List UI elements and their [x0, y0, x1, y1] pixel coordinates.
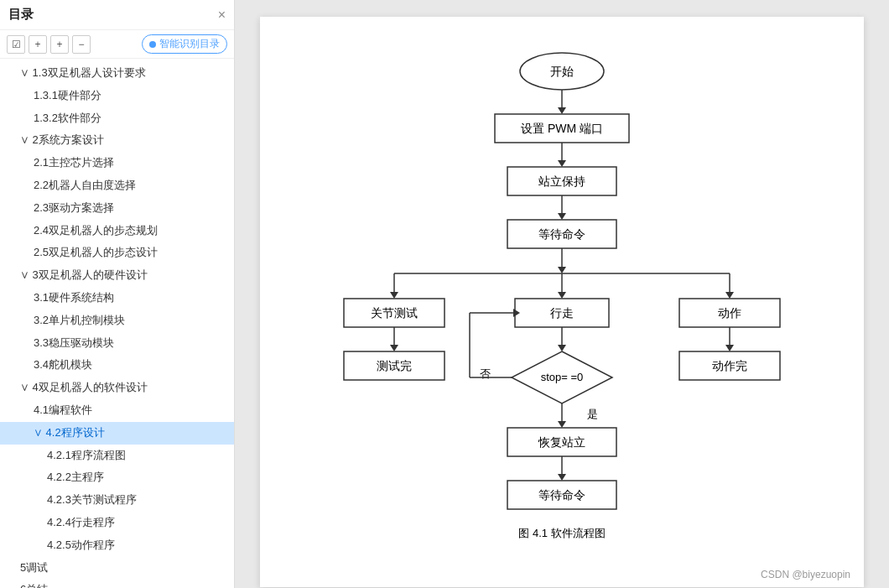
- sidebar-item-4.2[interactable]: ∨ 4.2程序设计: [0, 422, 234, 445]
- sidebar-item-3.2[interactable]: 3.2单片机控制模块: [0, 310, 234, 332]
- wait-cmd1-label: 等待命令: [538, 227, 585, 241]
- wait-cmd2-label: 等待命令: [538, 488, 585, 502]
- sidebar-item-2.2[interactable]: 2.2机器人自由度选择: [0, 174, 234, 197]
- sidebar-item-1.3[interactable]: ∨ 1.3双足机器人设计要求: [0, 62, 234, 85]
- svg-marker-18: [725, 292, 734, 299]
- flowchart-svg: 开始 设置 PWM 端口 站立保持 等待命令: [294, 42, 830, 562]
- figure-caption: 图 4.1 软件流程图: [518, 527, 605, 539]
- restore-stand-label: 恢复站立: [538, 435, 585, 449]
- start-label: 开始: [550, 65, 574, 78]
- ai-icon: [149, 41, 156, 48]
- sidebar-title: 目录: [8, 7, 34, 23]
- sidebar-item-2.1[interactable]: 2.1主控芯片选择: [0, 152, 234, 174]
- toolbar-btn-minus[interactable]: +: [50, 35, 69, 54]
- svg-marker-23: [390, 345, 398, 351]
- sidebar-item-2.4[interactable]: 2.4双足机器人的步态规划: [0, 220, 234, 242]
- sidebar-toolbar: ☑ + + − 智能识别目录: [0, 30, 234, 59]
- svg-marker-36: [558, 421, 566, 428]
- document-page: 开始 设置 PWM 端口 站立保持 等待命令: [260, 17, 864, 587]
- ai-button-label: 智能识别目录: [159, 37, 220, 51]
- svg-marker-5: [558, 160, 566, 167]
- toolbar-btn-add[interactable]: +: [29, 35, 47, 54]
- sidebar-item-4.2.2[interactable]: 4.2.2主程序: [0, 466, 234, 489]
- main-content: 开始 设置 PWM 端口 站立保持 等待命令: [235, 0, 889, 588]
- sidebar-item-4[interactable]: ∨ 4双足机器人的软件设计: [0, 377, 234, 399]
- svg-marker-2: [558, 107, 566, 114]
- yes-label: 是: [587, 408, 598, 420]
- sidebar-header: 目录 ×: [0, 0, 234, 30]
- svg-marker-16: [558, 292, 566, 299]
- sidebar-item-4.1[interactable]: 4.1编程软件: [0, 399, 234, 422]
- sidebar-item-2.3[interactable]: 2.3驱动方案选择: [0, 197, 234, 220]
- sidebar-item-3.1[interactable]: 3.1硬件系统结构: [0, 287, 234, 310]
- sidebar-item-1.3.2[interactable]: 1.3.2软件部分: [0, 107, 234, 130]
- sidebar-item-3[interactable]: ∨ 3双足机器人的硬件设计: [0, 264, 234, 287]
- test-done-label: 测试完: [377, 359, 412, 372]
- svg-marker-11: [558, 267, 566, 273]
- svg-marker-14: [390, 292, 398, 299]
- sidebar-close-button[interactable]: ×: [218, 8, 226, 23]
- sidebar-item-1.3.1[interactable]: 1.3.1硬件部分: [0, 85, 234, 107]
- sidebar-tree: ∨ 1.3双足机器人设计要求1.3.1硬件部分1.3.2软件部分∨ 2系统方案设…: [0, 59, 234, 588]
- sidebar-item-4.2.4[interactable]: 4.2.4行走程序: [0, 512, 234, 534]
- walk-label: 行走: [550, 306, 574, 320]
- svg-marker-33: [725, 345, 734, 351]
- stand-label: 站立保持: [538, 174, 585, 188]
- sidebar-item-3.4[interactable]: 3.4舵机模块: [0, 354, 234, 377]
- sidebar-item-3.3[interactable]: 3.3稳压驱动模块: [0, 332, 234, 355]
- action-done-label: 动作完: [712, 359, 747, 372]
- svg-marker-26: [558, 345, 566, 351]
- ai-recognize-button[interactable]: 智能识别目录: [142, 34, 227, 54]
- watermark: CSDN @biyezuopin: [761, 569, 850, 580]
- sidebar-item-4.2.3[interactable]: 4.2.3关节测试程序: [0, 489, 234, 512]
- svg-marker-8: [558, 213, 566, 220]
- toolbar-btn-collapse[interactable]: −: [72, 35, 91, 54]
- svg-marker-39: [558, 474, 566, 481]
- toolbar-btn-expand[interactable]: ☑: [7, 35, 25, 54]
- sidebar-item-5[interactable]: 5调试: [0, 557, 234, 580]
- sidebar-item-2.5[interactable]: 2.5双足机器人的步态设计: [0, 242, 234, 264]
- joint-test-label: 关节测试: [371, 306, 418, 320]
- sidebar-item-4.2.1[interactable]: 4.2.1程序流程图: [0, 445, 234, 467]
- pwm-label: 设置 PWM 端口: [521, 122, 603, 135]
- stop-check-label: stop= =0: [541, 371, 584, 383]
- sidebar-item-2[interactable]: ∨ 2系统方案设计: [0, 129, 234, 152]
- sidebar-item-4.2.5[interactable]: 4.2.5动作程序: [0, 534, 234, 557]
- action-label: 动作: [718, 306, 741, 320]
- sidebar-item-6[interactable]: 6总结: [0, 579, 234, 588]
- sidebar: 目录 × ☑ + + − 智能识别目录 ∨ 1.3双足机器人设计要求1.3.1硬…: [0, 0, 235, 588]
